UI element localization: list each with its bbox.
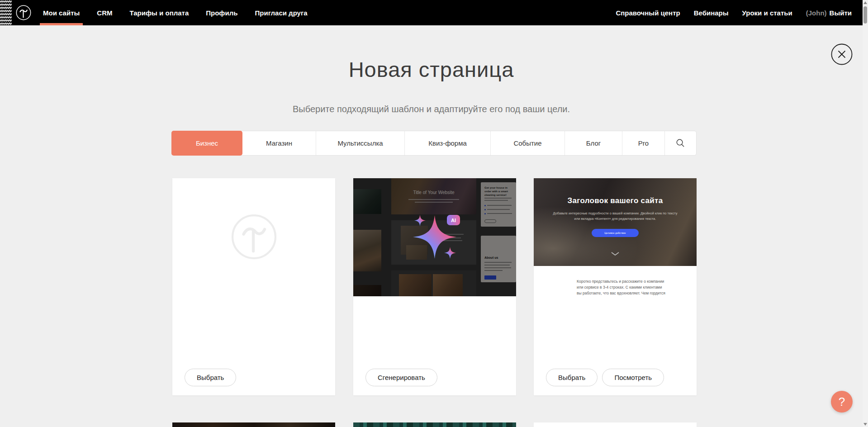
scroll-up-icon[interactable] — [863, 1, 867, 4]
page-title: Новая страница — [0, 57, 863, 82]
ai-template-preview[interactable]: Title of Your Website Get your house in … — [353, 178, 516, 296]
nav-tariffs[interactable]: Тарифы и оплата — [129, 9, 189, 17]
ai-badge: AI — [447, 215, 460, 225]
question-icon: ? — [839, 395, 845, 409]
preview-body: Коротко представьтесь и расскажите о ком… — [534, 266, 697, 296]
preview-hero-title: Заголовок вашего сайта — [534, 196, 697, 205]
next-row-card-preview[interactable] — [353, 422, 516, 427]
tilda-watermark-icon — [228, 211, 280, 263]
template-card-blank: Пустая страница Начать с чистого листа. … — [172, 178, 335, 395]
tilda-logo[interactable] — [15, 4, 32, 21]
username-label: (John) — [806, 9, 827, 17]
nav-invite-friend[interactable]: Пригласи друга — [255, 9, 307, 17]
blank-template-preview[interactable] — [172, 178, 335, 296]
page-subtitle: Выберите подходящий шаблон и адаптируйте… — [0, 104, 863, 114]
secondary-nav: Справочный центр Вебинары Уроки и статьи… — [616, 0, 852, 25]
tab-quiz[interactable]: Квиз-форма — [404, 131, 490, 155]
preview-hero-subtitle: Добавьте интересные подробности о вашей … — [550, 211, 680, 221]
nav-my-sites[interactable]: Мои сайты — [43, 9, 80, 17]
nav-lessons[interactable]: Уроки и статьи — [742, 9, 792, 17]
universal-template-preview[interactable]: Заголовок вашего сайта Добавьте интересн… — [534, 178, 697, 296]
topbar: Мои сайты CRM Тарифы и оплата Профиль Пр… — [0, 0, 863, 25]
template-card-ai-generate: Title of Your Website Get your house in … — [353, 178, 516, 395]
main-nav: Мои сайты CRM Тарифы и оплата Профиль Пр… — [43, 0, 308, 25]
search-icon — [676, 138, 685, 148]
help-button[interactable]: ? — [831, 391, 853, 413]
next-row-card-preview[interactable] — [534, 422, 697, 427]
nav-crm[interactable]: CRM — [97, 9, 112, 17]
template-category-tabs: Бизнес Магазин Мультиссылка Квиз-форма С… — [171, 131, 697, 156]
zigzag-pattern-icon — [0, 0, 12, 25]
tab-shop[interactable]: Магазин — [242, 131, 316, 155]
chevron-down-icon — [611, 250, 620, 258]
tab-business[interactable]: Бизнес — [171, 131, 242, 156]
nav-webinars[interactable]: Вебинары — [694, 9, 729, 17]
nav-profile[interactable]: Профиль — [206, 9, 237, 17]
logout-link[interactable]: Выйти — [830, 9, 852, 17]
scrollbar-thumb[interactable] — [863, 6, 867, 24]
new-page-dialog: Мои сайты CRM Тарифы и оплата Профиль Пр… — [0, 0, 868, 427]
preview-button[interactable]: Посмотреть — [602, 369, 664, 386]
tab-pro[interactable]: Pro — [622, 131, 664, 155]
vertical-scrollbar[interactable] — [863, 0, 868, 427]
scroll-down-icon[interactable] — [863, 423, 867, 426]
ai-sparkle-small-icon — [414, 215, 426, 226]
nav-help-center[interactable]: Справочный центр — [616, 9, 680, 17]
generate-button[interactable]: Сгенерировать — [365, 369, 437, 386]
template-card-universal: Заголовок вашего сайта Добавьте интересн… — [534, 178, 697, 395]
next-row-card-preview[interactable] — [172, 422, 335, 427]
search-tab[interactable] — [664, 131, 696, 155]
tab-blog[interactable]: Блог — [564, 131, 622, 155]
preview-hero: Заголовок вашего сайта Добавьте интересн… — [534, 178, 697, 266]
tab-event[interactable]: Событие — [490, 131, 564, 155]
tab-multilink[interactable]: Мультиссылка — [316, 131, 404, 155]
preview-body-text: Коротко представьтесь и расскажите о ком… — [577, 279, 665, 296]
active-nav-underline — [40, 23, 83, 25]
choose-button[interactable]: Выбрать — [546, 369, 598, 386]
ai-sparkle-small-icon — [444, 247, 456, 259]
preview-hero-button: Целевое действие — [592, 229, 639, 237]
choose-button[interactable]: Выбрать — [185, 369, 236, 386]
